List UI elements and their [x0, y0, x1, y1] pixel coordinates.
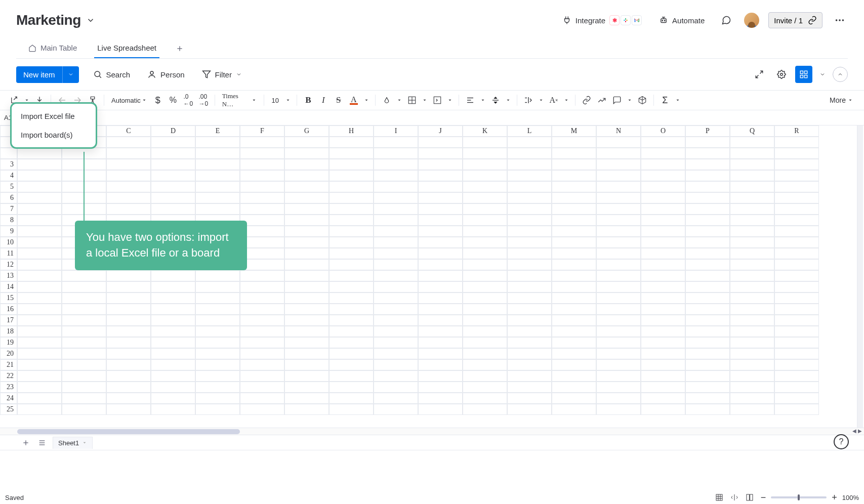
cell[interactable]	[17, 181, 62, 192]
font-size-caret[interactable]	[283, 93, 293, 108]
cell[interactable]	[374, 370, 418, 382]
cell[interactable]	[284, 259, 329, 270]
cell[interactable]	[507, 292, 552, 304]
cell[interactable]	[418, 337, 463, 348]
zoom-value[interactable]: 100%	[842, 494, 859, 501]
cell[interactable]	[507, 382, 552, 393]
row-header[interactable]: 5	[0, 181, 17, 192]
cell[interactable]	[774, 292, 819, 304]
cell[interactable]	[17, 226, 62, 237]
cell[interactable]	[730, 359, 774, 370]
cell[interactable]	[730, 337, 774, 348]
cell[interactable]	[17, 382, 62, 393]
text-color-button[interactable]: A	[347, 93, 361, 108]
cell[interactable]	[17, 393, 62, 404]
cell[interactable]	[685, 270, 730, 281]
cell[interactable]	[151, 181, 195, 192]
cell[interactable]	[596, 226, 641, 237]
cell[interactable]	[329, 337, 374, 348]
cell[interactable]	[774, 226, 819, 237]
search-button[interactable]: Search	[90, 68, 134, 81]
cell[interactable]	[730, 259, 774, 270]
view-mode-button[interactable]	[795, 66, 812, 83]
cell[interactable]	[329, 292, 374, 304]
cell[interactable]	[463, 237, 507, 248]
cell[interactable]	[641, 382, 685, 393]
cell[interactable]	[151, 393, 195, 404]
cell[interactable]	[195, 393, 240, 404]
cell[interactable]	[17, 270, 62, 281]
cell[interactable]	[106, 159, 151, 170]
cell[interactable]	[596, 292, 641, 304]
row-header[interactable]: 4	[0, 170, 17, 181]
cell[interactable]	[641, 359, 685, 370]
cell[interactable]	[774, 237, 819, 248]
cell[interactable]	[552, 348, 596, 359]
cell[interactable]	[17, 304, 62, 315]
row-header[interactable]: 18	[0, 326, 17, 337]
cell[interactable]	[62, 281, 106, 292]
cell[interactable]	[685, 292, 730, 304]
cell[interactable]	[685, 404, 730, 415]
cell[interactable]	[374, 137, 418, 148]
cube-button[interactable]	[635, 93, 649, 108]
cell[interactable]	[552, 215, 596, 226]
cell[interactable]	[596, 159, 641, 170]
v-align-button[interactable]	[488, 93, 503, 108]
cell[interactable]	[106, 393, 151, 404]
cell[interactable]	[507, 170, 552, 181]
cell[interactable]	[106, 370, 151, 382]
tab-live-spreadsheet[interactable]: Live Spreadsheet	[94, 38, 159, 58]
cell[interactable]	[329, 159, 374, 170]
row-header[interactable]: 22	[0, 370, 17, 382]
cell[interactable]	[195, 348, 240, 359]
cell[interactable]	[195, 337, 240, 348]
decrease-decimal-button[interactable]: .0←0	[181, 93, 195, 108]
row-header[interactable]	[0, 148, 17, 159]
cell[interactable]	[17, 315, 62, 326]
cell[interactable]	[596, 382, 641, 393]
cell[interactable]	[151, 159, 195, 170]
cell[interactable]	[418, 348, 463, 359]
cell[interactable]	[374, 192, 418, 203]
cell[interactable]	[284, 181, 329, 192]
cell[interactable]	[641, 404, 685, 415]
cell[interactable]	[774, 359, 819, 370]
cell[interactable]	[463, 181, 507, 192]
cell[interactable]	[195, 382, 240, 393]
cell[interactable]	[17, 237, 62, 248]
cell[interactable]	[418, 315, 463, 326]
cell[interactable]	[17, 326, 62, 337]
row-header[interactable]: 14	[0, 281, 17, 292]
cell[interactable]	[730, 315, 774, 326]
cell[interactable]	[329, 315, 374, 326]
cell[interactable]	[552, 248, 596, 259]
row-header[interactable]: 9	[0, 226, 17, 237]
cell[interactable]	[730, 192, 774, 203]
cell[interactable]	[463, 393, 507, 404]
functions-caret[interactable]	[673, 93, 682, 108]
board-title[interactable]: Marketing	[16, 12, 81, 28]
cell[interactable]	[374, 348, 418, 359]
cell[interactable]	[507, 270, 552, 281]
v-align-caret[interactable]	[504, 93, 513, 108]
cell[interactable]	[418, 326, 463, 337]
cell[interactable]	[106, 181, 151, 192]
cell[interactable]	[329, 192, 374, 203]
functions-button[interactable]: Σ	[658, 93, 672, 108]
cell[interactable]	[418, 393, 463, 404]
sheet-tab[interactable]: Sheet1	[53, 437, 93, 449]
row-header[interactable]: 12	[0, 259, 17, 270]
cell[interactable]	[240, 203, 284, 215]
settings-icon[interactable]	[773, 66, 790, 83]
cell[interactable]	[685, 226, 730, 237]
cell[interactable]	[374, 315, 418, 326]
cell[interactable]	[106, 137, 151, 148]
cell[interactable]	[418, 237, 463, 248]
cell[interactable]	[685, 382, 730, 393]
fill-color-button[interactable]	[380, 93, 394, 108]
cell[interactable]	[596, 281, 641, 292]
column-header[interactable]: G	[284, 125, 329, 137]
cell[interactable]	[106, 270, 151, 281]
borders-button[interactable]	[405, 93, 419, 108]
